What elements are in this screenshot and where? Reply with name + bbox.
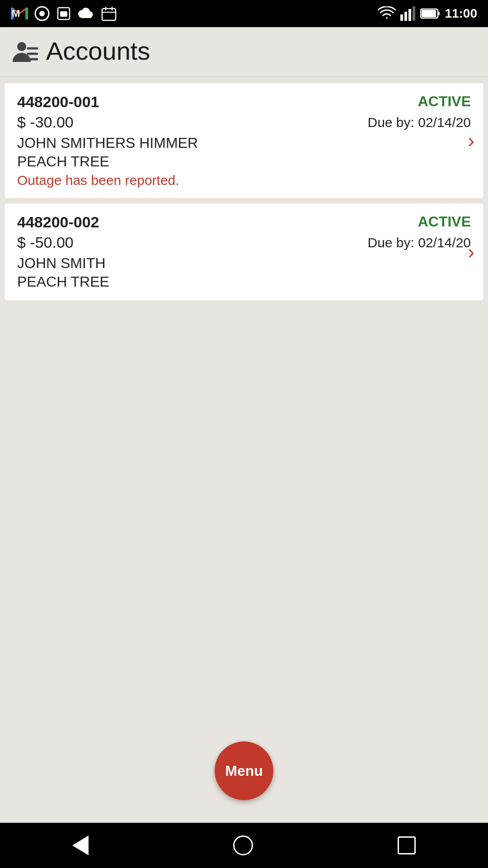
account-name-1: JOHN SMITHERS HIMMER xyxy=(17,135,471,151)
account-card-1-header: 448200-001 ACTIVE xyxy=(17,93,471,111)
account-due-1: Due by: 02/14/20 xyxy=(367,115,471,130)
bottom-nav-bar xyxy=(0,823,488,868)
status-bar-left: M xyxy=(11,6,117,21)
account-amount-1: $ -30.00 xyxy=(17,113,74,131)
account-due-2: Due by: 02/14/20 xyxy=(367,235,471,250)
svg-rect-11 xyxy=(400,14,403,21)
accounts-list: 448200-001 ACTIVE $ -30.00 Due by: 02/14… xyxy=(0,77,488,728)
svg-rect-1 xyxy=(25,8,28,19)
account-alert-1: Outage has been reported. xyxy=(17,173,471,188)
home-button[interactable] xyxy=(233,835,253,855)
status-bar-right: 11:00 xyxy=(378,6,477,21)
svg-rect-6 xyxy=(60,11,67,17)
chevron-right-icon-2: › xyxy=(468,242,474,262)
svg-rect-16 xyxy=(438,12,440,15)
page-title: Accounts xyxy=(46,36,150,66)
signal-icon xyxy=(400,6,416,21)
svg-rect-14 xyxy=(413,6,415,21)
record-icon xyxy=(34,6,50,21)
wifi-icon xyxy=(378,6,396,21)
header: Accounts xyxy=(0,27,488,77)
account-status-2: ACTIVE xyxy=(418,213,471,230)
svg-text:M: M xyxy=(12,8,20,19)
calendar-icon xyxy=(101,6,117,21)
account-status-1: ACTIVE xyxy=(418,93,471,110)
sim-icon xyxy=(56,6,71,21)
account-amount-row-1: $ -30.00 Due by: 02/14/20 xyxy=(17,113,471,131)
svg-rect-7 xyxy=(102,9,116,20)
account-card-2-header: 448200-002 ACTIVE xyxy=(17,213,471,231)
gmail-icon: M xyxy=(11,7,28,20)
account-amount-row-2: $ -50.00 Due by: 02/14/20 xyxy=(17,234,471,251)
menu-button-container: Menu xyxy=(0,728,488,823)
chevron-right-icon-1: › xyxy=(468,131,474,151)
svg-rect-12 xyxy=(404,12,407,21)
account-card-1[interactable]: 448200-001 ACTIVE $ -30.00 Due by: 02/14… xyxy=(5,83,483,198)
time-display: 11:00 xyxy=(445,6,477,21)
account-name-2: JOHN SMITH xyxy=(17,255,471,272)
account-number-1: 448200-001 xyxy=(17,93,99,111)
battery-icon xyxy=(420,8,440,19)
account-amount-2: $ -50.00 xyxy=(17,234,74,251)
cloud-icon xyxy=(78,7,95,20)
back-button[interactable] xyxy=(72,835,89,855)
account-number-2: 448200-002 xyxy=(17,213,99,231)
account-location-2: PEACH TREE xyxy=(17,274,471,290)
svg-point-4 xyxy=(39,11,45,16)
menu-button[interactable]: Menu xyxy=(215,741,273,800)
account-location-1: PEACH TREE xyxy=(17,153,471,170)
accounts-icon xyxy=(11,38,38,64)
svg-point-18 xyxy=(17,42,26,51)
status-bar: M xyxy=(0,0,488,27)
account-card-2[interactable]: 448200-002 ACTIVE $ -50.00 Due by: 02/14… xyxy=(5,203,483,300)
svg-rect-17 xyxy=(422,10,436,17)
recents-button[interactable] xyxy=(398,836,416,854)
svg-rect-13 xyxy=(408,9,411,21)
